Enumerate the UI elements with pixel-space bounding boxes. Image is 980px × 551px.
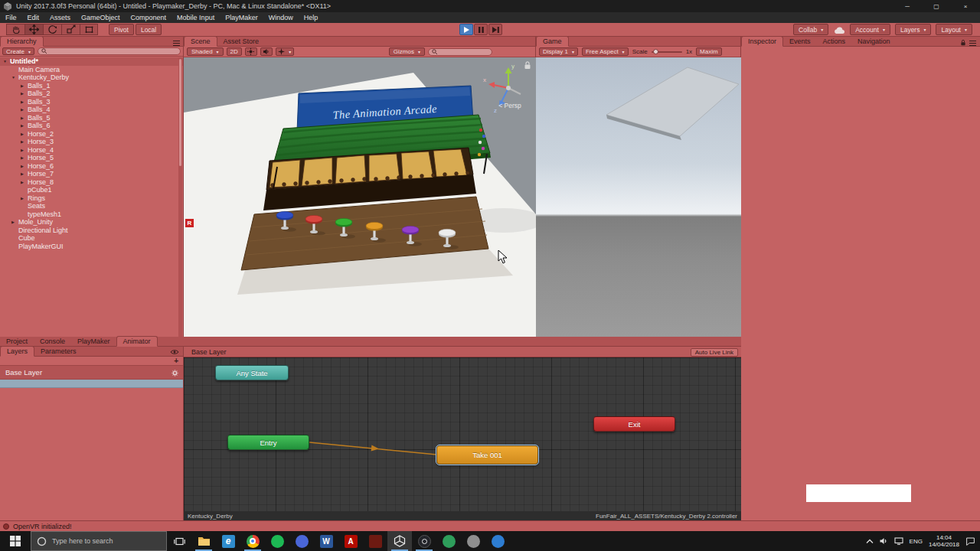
- scale-tool-button[interactable]: [61, 24, 80, 35]
- audio-toggle[interactable]: [260, 47, 273, 56]
- persp-label[interactable]: < Persp: [485, 102, 534, 109]
- start-button[interactable]: [0, 531, 31, 551]
- lighting-toggle[interactable]: [245, 47, 257, 56]
- state-node-any-state[interactable]: Any State: [215, 365, 289, 380]
- hierarchy-item[interactable]: pCube1: [0, 186, 183, 194]
- menu-component[interactable]: Component: [126, 12, 172, 23]
- hierarchy-item[interactable]: Horse_5: [0, 154, 183, 162]
- effects-toggle[interactable]: [276, 47, 294, 56]
- minimize-button[interactable]: ─: [893, 0, 922, 12]
- animator-graph-canvas[interactable]: Any State Entry Take 001 Exit: [184, 357, 741, 511]
- tab-hierarchy[interactable]: Hierarchy: [0, 36, 44, 47]
- maximize-on-play-toggle[interactable]: Maxim: [696, 47, 722, 56]
- hierarchy-item[interactable]: Kentucky_Derby: [0, 73, 183, 82]
- taskbar-icon-chrome[interactable]: [240, 531, 265, 551]
- collab-button[interactable]: Collab: [793, 24, 828, 35]
- tab-actions[interactable]: Actions: [817, 36, 852, 46]
- hierarchy-item[interactable]: Balls_3: [0, 98, 183, 106]
- state-node-take-001[interactable]: Take 001: [436, 445, 538, 465]
- hierarchy-scrollbar-thumb[interactable]: [179, 59, 181, 166]
- tab-layers[interactable]: Layers: [0, 346, 34, 357]
- menu-playmaker[interactable]: PlayMaker: [220, 12, 263, 23]
- inspector-lock-icon[interactable]: [960, 39, 966, 46]
- breadcrumb[interactable]: Base Layer: [191, 348, 227, 356]
- taskbar-icon-app-blue-2[interactable]: [485, 531, 510, 551]
- hierarchy-item[interactable]: Rings: [0, 194, 183, 203]
- hierarchy-item[interactable]: Horse_2: [0, 130, 183, 139]
- layers-dropdown[interactable]: Layers: [895, 24, 932, 35]
- shaded-dropdown[interactable]: Shaded: [187, 47, 224, 56]
- 2d-toggle[interactable]: 2D: [227, 47, 242, 56]
- action-center-icon[interactable]: [965, 536, 975, 546]
- state-node-exit[interactable]: Exit: [593, 416, 675, 432]
- step-button[interactable]: [488, 24, 502, 35]
- scene-viewport[interactable]: The Animation Arcade: [184, 57, 536, 337]
- tray-expand-icon[interactable]: [866, 539, 874, 544]
- game-viewport[interactable]: [536, 57, 741, 337]
- menu-window[interactable]: Window: [263, 12, 299, 23]
- menu-mobile-input[interactable]: Mobile Input: [172, 12, 220, 23]
- menu-assets[interactable]: Assets: [44, 12, 76, 23]
- task-view-button[interactable]: [167, 531, 191, 551]
- account-button[interactable]: Account: [850, 24, 890, 35]
- gizmos-dropdown[interactable]: Gizmos: [389, 47, 425, 56]
- taskbar-icon-edge[interactable]: e: [216, 531, 240, 551]
- hierarchy-item[interactable]: Directional Light: [0, 227, 183, 235]
- tab-playmaker[interactable]: PlayMaker: [71, 336, 116, 346]
- rotate-tool-button[interactable]: [43, 24, 61, 35]
- tab-inspector[interactable]: Inspector: [741, 36, 783, 47]
- hierarchy-scrollbar[interactable]: [178, 57, 182, 337]
- hierarchy-item[interactable]: Horse_6: [0, 162, 183, 171]
- inspector-menu-icon[interactable]: [969, 41, 976, 46]
- create-button[interactable]: Create: [2, 47, 34, 55]
- menu-gameobject[interactable]: GameObject: [76, 12, 126, 23]
- hierarchy-item[interactable]: Balls_5: [0, 114, 183, 122]
- network-icon[interactable]: [894, 537, 903, 545]
- maximize-button[interactable]: ▢: [922, 0, 951, 12]
- move-tool-button[interactable]: [24, 24, 43, 35]
- pause-button[interactable]: [474, 24, 488, 35]
- hierarchy-item[interactable]: Horse_3: [0, 138, 183, 146]
- taskbar-icon-app-dark-red[interactable]: [363, 531, 387, 551]
- tab-navigation[interactable]: Navigation: [851, 36, 897, 46]
- aspect-dropdown[interactable]: Free Aspect: [582, 47, 629, 56]
- taskbar-icon-acrobat[interactable]: A: [338, 531, 363, 551]
- layout-dropdown[interactable]: Layout: [936, 24, 972, 35]
- tab-game[interactable]: Game: [536, 36, 569, 47]
- hand-tool-button[interactable]: [6, 24, 24, 35]
- volume-icon[interactable]: [880, 537, 888, 545]
- taskbar-icon-app-green[interactable]: [436, 531, 461, 551]
- cloud-icon[interactable]: [833, 25, 845, 34]
- taskbar-search-box[interactable]: Type here to search: [31, 531, 167, 551]
- taskbar-icon-unity[interactable]: [387, 531, 412, 551]
- hierarchy-item[interactable]: PlayMakerGUI: [0, 243, 183, 251]
- local-toggle-button[interactable]: Local: [136, 24, 162, 35]
- hierarchy-item[interactable]: Horse_4: [0, 146, 183, 155]
- eye-icon[interactable]: [170, 349, 179, 355]
- hierarchy-item[interactable]: Main Camera: [0, 66, 183, 74]
- add-layer-button[interactable]: +: [174, 357, 178, 365]
- tray-language[interactable]: ENG: [910, 538, 923, 545]
- scene-search-input[interactable]: [428, 48, 492, 56]
- taskbar-icon-word[interactable]: W: [314, 531, 338, 551]
- tab-animator[interactable]: Animator: [116, 336, 158, 347]
- rect-tool-button[interactable]: [80, 24, 98, 35]
- tab-project[interactable]: Project: [0, 336, 34, 346]
- lock-icon[interactable]: [524, 60, 531, 70]
- tab-console[interactable]: Console: [34, 336, 71, 346]
- layer-item-base[interactable]: Base Layer: [0, 366, 183, 380]
- menu-help[interactable]: Help: [299, 12, 324, 23]
- state-node-entry[interactable]: Entry: [227, 435, 309, 450]
- hierarchy-item[interactable]: Seats: [0, 202, 183, 210]
- hierarchy-item[interactable]: typeMesh1: [0, 210, 183, 219]
- scale-slider-knob[interactable]: [653, 49, 658, 54]
- taskbar-icon-app-blue[interactable]: [289, 531, 314, 551]
- hierarchy-item[interactable]: Horse_7: [0, 170, 183, 178]
- tab-asset-store[interactable]: Asset Store: [217, 36, 266, 46]
- scale-slider[interactable]: [652, 51, 682, 53]
- tray-clock[interactable]: 14:04 14/04/2018: [929, 534, 959, 548]
- auto-live-link-button[interactable]: Auto Live Link: [691, 348, 738, 357]
- hierarchy-item[interactable]: Balls_6: [0, 122, 183, 130]
- layer-weight-strip[interactable]: [0, 380, 183, 388]
- close-button[interactable]: ×: [951, 0, 980, 12]
